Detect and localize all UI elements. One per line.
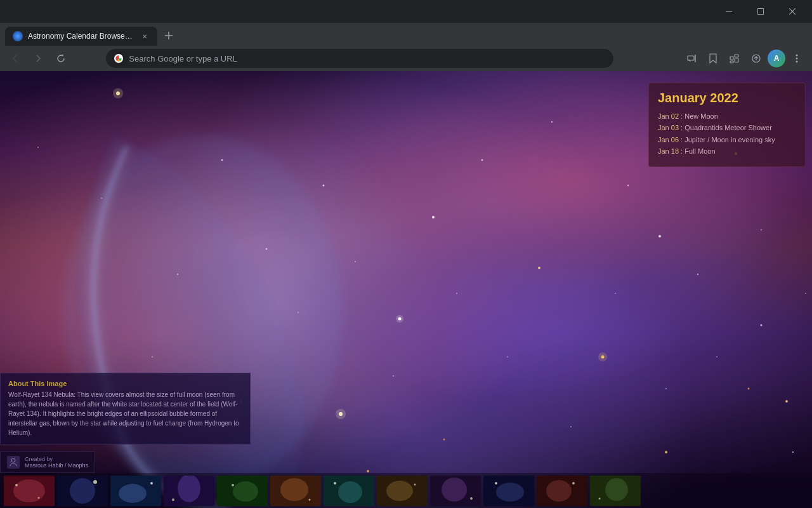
address-text: Search Google or type a URL: [129, 54, 606, 64]
back-button[interactable]: [5, 48, 25, 69]
close-button[interactable]: [778, 1, 807, 22]
thumbnail-9[interactable]: [430, 476, 481, 506]
thumbnail-12[interactable]: [590, 476, 641, 506]
creator-badge: Created by Masrous Habib / Maophs: [0, 451, 95, 473]
svg-point-62: [665, 451, 667, 453]
calendar-event-1: Jan 02 : New Moon: [658, 112, 796, 121]
svg-point-15: [796, 55, 797, 57]
thumbnail-10[interactable]: [483, 476, 534, 506]
forward-button[interactable]: [28, 48, 48, 69]
svg-point-35: [177, 274, 178, 275]
extensions-button[interactable]: [724, 48, 745, 69]
event-4-desc: Full Moon: [684, 147, 715, 155]
svg-point-47: [298, 312, 299, 313]
thumbnail-4[interactable]: [164, 476, 214, 506]
thumbnail-5[interactable]: [217, 476, 268, 506]
tab-bar: Astronomy Calendar Browser Ex... ✕: [0, 23, 812, 46]
svg-point-52: [570, 426, 572, 427]
svg-point-43: [37, 147, 39, 148]
svg-point-41: [761, 324, 763, 326]
about-image-text: Wolf-Rayet 134 Nebula: This view covers …: [8, 390, 242, 438]
svg-rect-12: [735, 58, 738, 62]
thumbnail-8[interactable]: [377, 476, 428, 506]
about-image-box: About This Image Wolf-Rayet 134 Nebula: …: [0, 373, 251, 444]
svg-point-72: [93, 480, 97, 484]
about-image-title: About This Image: [8, 380, 242, 387]
svg-rect-10: [730, 57, 733, 60]
thumbnail-6[interactable]: [270, 476, 321, 506]
event-1-date: Jan 02: [658, 112, 679, 120]
active-tab[interactable]: Astronomy Calendar Browser Ex... ✕: [5, 27, 157, 46]
svg-rect-0: [726, 11, 732, 12]
svg-point-48: [355, 261, 356, 262]
thumbnail-1[interactable]: [4, 476, 55, 506]
thumbnail-2[interactable]: [57, 476, 108, 506]
svg-rect-13: [730, 61, 733, 63]
cast-button[interactable]: [681, 48, 702, 69]
svg-point-87: [334, 482, 336, 485]
svg-point-86: [338, 481, 362, 503]
svg-point-42: [792, 451, 794, 453]
svg-point-60: [367, 470, 369, 472]
calendar-event-2: Jan 03 : Quadrantids Meteor Shower: [658, 123, 796, 133]
bookmark-button[interactable]: [703, 48, 723, 69]
tab-title: Astronomy Calendar Browser Ex...: [28, 32, 134, 41]
calendar-month-year: January 2022: [658, 91, 796, 105]
svg-point-95: [496, 483, 524, 502]
svg-point-89: [386, 481, 413, 501]
maximize-button[interactable]: [746, 1, 775, 22]
svg-point-69: [38, 497, 40, 498]
address-bar[interactable]: Search Google or type a URL: [106, 49, 613, 68]
svg-point-17: [796, 61, 797, 63]
svg-point-90: [414, 483, 416, 485]
thumbnails-strip: [0, 473, 812, 508]
event-2-date: Jan 03: [658, 124, 679, 131]
svg-point-84: [309, 498, 311, 500]
profile-button[interactable]: A: [768, 50, 785, 67]
svg-point-51: [507, 356, 508, 358]
sync-button[interactable]: [746, 48, 766, 69]
title-bar: [0, 0, 812, 23]
calendar-event-3: Jan 06 : Jupiter / Moon in evening sky: [658, 135, 796, 145]
tab-favicon-icon: [13, 31, 23, 41]
svg-point-55: [716, 356, 717, 358]
svg-rect-11: [735, 55, 738, 57]
window-controls: [714, 1, 807, 22]
svg-point-67: [13, 479, 45, 502]
svg-point-23: [396, 315, 403, 323]
svg-point-78: [172, 498, 174, 501]
reload-button[interactable]: [51, 48, 71, 69]
svg-point-61: [443, 439, 445, 441]
svg-point-53: [615, 293, 616, 294]
menu-button[interactable]: [787, 48, 807, 69]
svg-point-49: [393, 375, 394, 377]
svg-point-96: [495, 482, 497, 485]
svg-point-63: [748, 388, 750, 390]
event-4-date: Jan 18: [658, 147, 679, 155]
svg-point-57: [805, 293, 806, 294]
new-tab-button[interactable]: [160, 27, 178, 44]
svg-point-30: [785, 400, 788, 403]
svg-point-37: [481, 159, 483, 161]
svg-point-27: [598, 352, 607, 361]
svg-point-77: [178, 476, 200, 502]
thumbnail-7[interactable]: [324, 476, 374, 506]
svg-point-16: [796, 58, 797, 60]
svg-point-38: [551, 121, 553, 123]
svg-point-74: [119, 484, 147, 503]
thumbnail-3[interactable]: [110, 476, 161, 506]
tab-close-button[interactable]: ✕: [140, 31, 150, 41]
google-favicon-icon: [114, 53, 124, 64]
svg-point-21: [336, 409, 346, 419]
svg-point-25: [538, 267, 540, 269]
minimize-button[interactable]: [714, 1, 743, 22]
svg-point-81: [232, 484, 234, 486]
event-2-desc: Quadrantids Meteor Shower: [684, 124, 772, 131]
toolbar-right: A: [681, 48, 807, 69]
svg-point-45: [152, 356, 153, 358]
svg-point-75: [150, 482, 153, 485]
svg-point-56: [761, 229, 762, 231]
svg-point-98: [546, 480, 572, 502]
svg-point-24: [432, 216, 435, 218]
thumbnail-11[interactable]: [537, 476, 587, 506]
